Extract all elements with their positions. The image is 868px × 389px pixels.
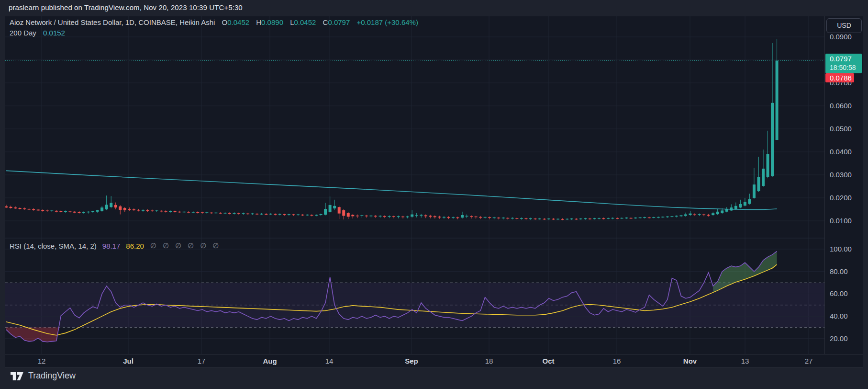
candle-body-down: [59, 211, 62, 212]
time-axis-label: 18: [475, 357, 503, 365]
time-axis-label: Nov: [676, 357, 704, 365]
candle-body-up: [306, 215, 309, 216]
candle-body-down: [552, 219, 555, 220]
symbol-title: Aioz Network / United States Dollar, 1D,…: [10, 18, 215, 26]
candle-body-down: [429, 216, 432, 217]
symbol-legend[interactable]: Aioz Network / United States Dollar, 1D,…: [10, 18, 418, 26]
price-chart-canvas[interactable]: [5, 16, 824, 354]
candle-body-up: [547, 218, 550, 219]
time-axis-label: 14: [315, 357, 344, 365]
ohlc-open-label: O: [222, 18, 228, 26]
candle-body-up: [739, 204, 742, 207]
candle-body-up: [776, 60, 779, 140]
candle-body-down: [575, 219, 578, 220]
candle-body-down: [114, 205, 117, 207]
candle-body-down: [392, 216, 395, 217]
candle-body-up: [378, 216, 381, 217]
time-axis-label: Aug: [256, 357, 284, 365]
candle-body-up: [712, 213, 714, 215]
candle-body-up: [679, 215, 682, 216]
candle-body-up: [251, 214, 254, 215]
candle-body-up: [556, 219, 559, 220]
candle-body-down: [23, 208, 26, 209]
candle-body-down: [497, 217, 500, 218]
rsi-legend[interactable]: RSI (14, close, SMA, 14, 2) 98.17 86.20 …: [10, 241, 219, 250]
candle-body-up: [278, 214, 281, 215]
candle-body-down: [301, 215, 304, 216]
candle-body-up: [716, 212, 719, 214]
candle-body-down: [475, 217, 478, 217]
candle-body-down: [383, 216, 386, 217]
price-axis-label: 0.0200: [830, 194, 852, 202]
candle-body-up: [100, 207, 103, 211]
candle-body-up: [82, 212, 85, 213]
candle-body-up: [315, 215, 318, 216]
candle-body-up: [360, 215, 363, 216]
candle-body-down: [292, 215, 295, 216]
candle-body-down: [55, 211, 58, 212]
candle-body-down: [351, 215, 354, 217]
candle-body-up: [420, 215, 423, 216]
candle-body-down: [196, 212, 199, 213]
candle-body-up: [91, 211, 94, 212]
ohlc-low-value: 0.0452: [294, 18, 316, 26]
screen: praslearn published on TradingView.com, …: [0, 0, 868, 389]
rsi-sma-value: 86.20: [126, 242, 144, 250]
currency-toggle-button[interactable]: USD: [826, 18, 862, 33]
candle-body-up: [621, 218, 623, 219]
tradingview-logo-icon[interactable]: [11, 372, 23, 380]
candle-body-up: [297, 215, 300, 216]
candle-body-down: [424, 215, 427, 216]
candle-body-up: [397, 216, 400, 217]
candle-body-down: [338, 207, 341, 213]
last-price-badge: 0.0797 18:50:58: [825, 54, 862, 73]
candle-body-down: [68, 211, 71, 212]
price-axis[interactable]: 0.0797 18:50:58 0.0786 0.09000.08000.070…: [824, 16, 863, 354]
candle-body-down: [119, 206, 122, 210]
empty-set-icon: ∅: [212, 241, 219, 250]
rsi-axis-label: 100.00: [830, 245, 852, 253]
price-axis-label: 0.0100: [830, 217, 852, 225]
candle-body-down: [174, 211, 177, 212]
empty-set-icon: ∅: [188, 241, 194, 250]
publish-info: praslearn published on TradingView.com, …: [9, 3, 243, 11]
candle-body-down: [73, 212, 76, 213]
candle-body-down: [543, 219, 546, 220]
candle-body-up: [639, 217, 642, 218]
time-axis[interactable]: 12Jul17Aug14Sep18Oct16Nov1327: [5, 354, 863, 367]
candle-body-up: [520, 218, 523, 219]
candle-body-down: [151, 210, 154, 211]
candle-body-up: [369, 216, 372, 217]
candle-body-up: [753, 184, 756, 198]
candle-body-up: [155, 210, 158, 211]
candle-body-down: [693, 215, 696, 216]
candle-body-up: [105, 205, 108, 209]
time-axis-label: Oct: [534, 357, 563, 365]
candle-body-up: [762, 169, 765, 186]
candle-body-up: [333, 206, 336, 208]
candle-body-up: [625, 217, 628, 218]
tradingview-brand[interactable]: TradingView: [28, 371, 76, 381]
ma-legend[interactable]: 200 Day 0.0152: [10, 29, 65, 37]
candle-body-up: [50, 210, 53, 211]
candle-body-up: [411, 215, 413, 217]
time-axis-label: Jul: [114, 357, 143, 365]
candle-body-up: [666, 217, 669, 217]
empty-set-icon: ∅: [200, 241, 206, 250]
candle-body-down: [178, 212, 181, 213]
candle-body-down: [374, 216, 377, 217]
candle-body-up: [415, 215, 418, 216]
ohlc-close-label: C: [323, 18, 328, 26]
candle-body-up: [96, 210, 99, 212]
candle-body-down: [456, 217, 459, 218]
price-axis-label: 0.0300: [830, 171, 852, 179]
candle-body-up: [593, 218, 596, 219]
candle-body-up: [169, 211, 172, 212]
chart-widget: Aioz Network / United States Dollar, 1D,…: [5, 16, 863, 368]
candle-body-up: [466, 216, 468, 217]
candle-body-down: [5, 206, 8, 207]
candle-body-down: [28, 209, 31, 210]
empty-set-icon: ∅: [150, 241, 156, 250]
ohlc-open-value: 0.0452: [227, 18, 249, 26]
candle-body-down: [434, 216, 436, 217]
